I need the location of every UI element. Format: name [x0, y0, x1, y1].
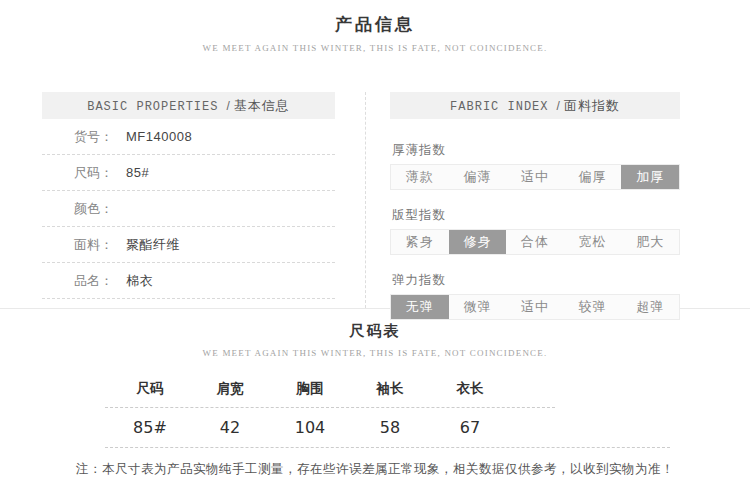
elasticity-index-label: 弹力指数 — [392, 272, 680, 289]
option-chip: 偏厚 — [564, 165, 622, 189]
header-separator: / — [557, 99, 560, 113]
property-value: 棉衣 — [126, 272, 153, 290]
size-chart-section: 尺码表 WE MEET AGAIN THIS WINTER, THIS IS F… — [0, 309, 750, 478]
index-group-fit: 版型指数 紧身 修身 合体 宽松 肥大 — [390, 207, 680, 255]
page-title: 产品信息 — [0, 13, 750, 36]
cell-size: 85# — [110, 418, 190, 437]
fabric-index-header: FABRIC INDEX/面料指数 — [390, 92, 680, 119]
info-columns: BASIC PROPERTIES/基本信息 货号： MF140008 尺码： 8… — [0, 92, 750, 308]
option-chip: 偏薄 — [449, 165, 507, 189]
option-chip: 适中 — [506, 295, 564, 319]
option-chip: 宽松 — [564, 230, 622, 254]
option-chip: 紧身 — [391, 230, 449, 254]
elasticity-options-bar: 无弹 微弹 适中 较弹 超弹 — [390, 294, 680, 320]
thickness-options-bar: 薄款 偏薄 适中 偏厚 加厚 — [390, 164, 680, 190]
property-value: MF140008 — [126, 129, 192, 144]
property-label: 货号： — [74, 128, 126, 146]
option-chip: 较弹 — [564, 295, 622, 319]
size-table: 尺码 肩宽 胸围 袖长 衣长 85# 42 104 58 67 — [105, 380, 670, 448]
option-chip: 微弹 — [449, 295, 507, 319]
option-chip-selected: 加厚 — [621, 165, 679, 189]
option-chip: 合体 — [506, 230, 564, 254]
option-chip: 薄款 — [391, 165, 449, 189]
property-row-color: 颜色： — [42, 191, 335, 227]
property-row-item-number: 货号： MF140008 — [42, 119, 335, 155]
basic-properties-section: BASIC PROPERTIES/基本信息 货号： MF140008 尺码： 8… — [42, 92, 335, 299]
fit-options-bar: 紧身 修身 合体 宽松 肥大 — [390, 229, 680, 255]
page-subtitle: WE MEET AGAIN THIS WINTER, THIS IS FATE,… — [0, 43, 750, 53]
column-header-bust: 胸围 — [270, 380, 350, 398]
page-header: 产品信息 WE MEET AGAIN THIS WINTER, THIS IS … — [0, 0, 750, 53]
cell-length: 67 — [430, 418, 510, 437]
property-label: 品名： — [74, 272, 126, 290]
header-separator: / — [226, 99, 229, 113]
property-value: 聚酯纤维 — [126, 236, 180, 254]
column-header-sleeve: 袖长 — [350, 380, 430, 398]
option-chip: 超弹 — [621, 295, 679, 319]
column-header-length: 衣长 — [430, 380, 510, 398]
size-table-data-row: 85# 42 104 58 67 — [105, 408, 555, 437]
property-label: 尺码： — [74, 164, 126, 182]
property-value: 85# — [126, 165, 149, 180]
size-chart-subtitle: WE MEET AGAIN THIS WINTER, THIS IS FATE,… — [0, 348, 750, 358]
cell-shoulder: 42 — [190, 418, 270, 437]
option-chip-selected: 修身 — [449, 230, 507, 254]
property-label: 颜色： — [74, 200, 126, 218]
fit-index-label: 版型指数 — [392, 207, 680, 224]
property-label: 面料： — [74, 236, 126, 254]
property-row-product-name: 品名： 棉衣 — [42, 263, 335, 299]
property-row-fabric: 面料： 聚酯纤维 — [42, 227, 335, 263]
option-chip-selected: 无弹 — [391, 295, 449, 319]
fabric-index-header-en: FABRIC INDEX — [450, 100, 548, 114]
measurement-note: 注：本尺寸表为产品实物纯手工测量，存在些许误差属正常现象，相关数据仅供参考，以收… — [0, 461, 750, 478]
vertical-divider — [365, 92, 366, 308]
basic-properties-header-en: BASIC PROPERTIES — [87, 100, 218, 114]
index-group-elasticity: 弹力指数 无弹 微弹 适中 较弹 超弹 — [390, 272, 680, 320]
column-header-size: 尺码 — [110, 380, 190, 398]
basic-properties-header: BASIC PROPERTIES/基本信息 — [42, 92, 335, 119]
option-chip: 肥大 — [621, 230, 679, 254]
basic-properties-header-cn: 基本信息 — [234, 98, 290, 113]
size-table-header-row: 尺码 肩宽 胸围 袖长 衣长 — [105, 380, 555, 408]
property-row-size: 尺码： 85# — [42, 155, 335, 191]
size-chart-title: 尺码表 — [0, 322, 750, 341]
thickness-index-label: 厚薄指数 — [392, 142, 680, 159]
fabric-index-header-cn: 面料指数 — [564, 98, 620, 113]
index-group-thickness: 厚薄指数 薄款 偏薄 适中 偏厚 加厚 — [390, 142, 680, 190]
cell-bust: 104 — [270, 418, 350, 437]
column-header-shoulder: 肩宽 — [190, 380, 270, 398]
option-chip: 适中 — [506, 165, 564, 189]
cell-sleeve: 58 — [350, 418, 430, 437]
product-info-page: 产品信息 WE MEET AGAIN THIS WINTER, THIS IS … — [0, 0, 750, 480]
fabric-index-section: FABRIC INDEX/面料指数 厚薄指数 薄款 偏薄 适中 偏厚 加厚 版型… — [390, 92, 680, 320]
